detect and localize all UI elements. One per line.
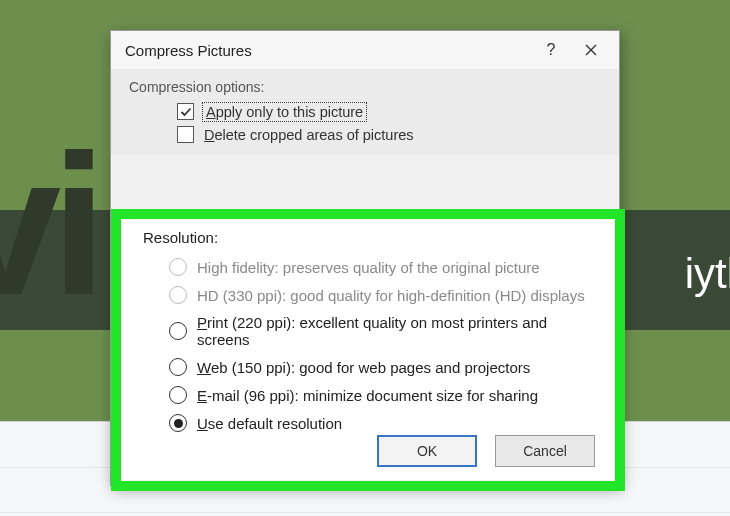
radio-print[interactable]: Print (220 ppi): excellent quality on mo… [169,314,597,348]
close-icon [585,44,597,56]
background-watermark-right: iyth [685,250,730,298]
dialog-titlebar: Compress Pictures ? [111,31,619,69]
resolution-section-highlighted: Resolution: High fidelity: preserves qua… [111,209,625,491]
radio-hd: HD (330 ppi): good quality for high-defi… [169,286,597,304]
radio-web[interactable]: Web (150 ppi): good for web pages and pr… [169,358,597,376]
radio-icon [169,414,187,432]
checkbox-delete-cropped[interactable]: Delete cropped areas of pictures [177,126,601,143]
radio-high-fidelity-label: High fidelity: preserves quality of the … [197,259,540,276]
radio-hd-label: HD (330 ppi): good quality for high-defi… [197,287,585,304]
compression-options-label: Compression options: [129,79,601,95]
dialog-button-row: OK Cancel [377,435,595,467]
compress-pictures-dialog: Compress Pictures ? Compression options:… [110,30,620,486]
radio-icon [169,258,187,276]
compression-options-section: Compression options: Apply only to this … [111,69,619,155]
cancel-button[interactable]: Cancel [495,435,595,467]
checkbox-apply-only[interactable]: Apply only to this picture [177,103,601,120]
resolution-label: Resolution: [143,229,597,246]
radio-print-label: Print (220 ppi): excellent quality on mo… [197,314,597,348]
checkbox-icon [177,103,194,120]
checkbox-delete-cropped-label: Delete cropped areas of pictures [204,127,414,143]
radio-use-default[interactable]: Use default resolution [169,414,597,432]
radio-use-default-label: Use default resolution [197,415,342,432]
radio-email[interactable]: E-mail (96 ppi): minimize document size … [169,386,597,404]
radio-email-label: E-mail (96 ppi): minimize document size … [197,387,538,404]
radio-icon [169,358,187,376]
radio-high-fidelity: High fidelity: preserves quality of the … [169,258,597,276]
ok-button[interactable]: OK [377,435,477,467]
radio-icon [169,386,187,404]
checkbox-apply-only-label: Apply only to this picture [204,104,365,120]
radio-web-label: Web (150 ppi): good for web pages and pr… [197,359,530,376]
radio-icon [169,322,187,340]
help-button[interactable]: ? [531,36,571,64]
close-button[interactable] [571,36,611,64]
checkbox-icon [177,126,194,143]
radio-icon [169,286,187,304]
dialog-title: Compress Pictures [125,42,531,59]
background-watermark-left: vi [0,110,97,340]
